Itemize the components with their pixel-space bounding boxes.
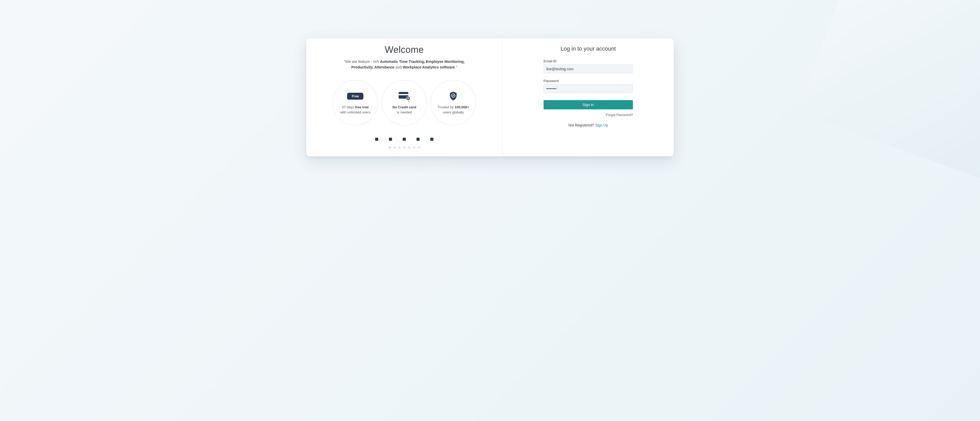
email-field[interactable] <box>544 65 633 73</box>
signin-button[interactable]: Sign in <box>544 100 633 109</box>
tagline-mid: and <box>395 65 403 69</box>
shield-check-icon <box>449 91 458 102</box>
welcome-title: Welcome <box>385 45 424 55</box>
feature-1-line-2: with unlimited users <box>340 110 371 115</box>
forgot-row: Forgot Password? <box>544 112 633 117</box>
free-badge-label: Free <box>347 93 363 100</box>
free-badge-icon: Free <box>347 91 363 102</box>
linkedin-icon[interactable] <box>375 138 378 141</box>
signup-row: Not Registered? Sign Up <box>544 123 633 127</box>
email-label: Email ID <box>544 59 633 63</box>
carousel-dot-4[interactable] <box>403 147 406 149</box>
carousel-dot-2[interactable] <box>393 147 396 149</box>
tagline-prefix: "We are feature - rich <box>344 59 380 64</box>
feature-free-trial: Free 07 days free trial with unlimited u… <box>332 80 378 126</box>
carousel-dot-7[interactable] <box>418 147 420 149</box>
svg-rect-1 <box>399 94 408 95</box>
tagline-suffix: ." <box>455 65 457 69</box>
login-title: Log in to your account <box>560 45 616 52</box>
feature-1-line-1: 07 days free trial <box>342 105 369 110</box>
forgot-password-link[interactable]: Forgot Password? <box>606 113 633 117</box>
facebook-icon[interactable] <box>403 138 406 141</box>
password-label: Password <box>544 79 633 83</box>
credit-card-x-icon <box>398 91 410 102</box>
login-panel: Log in to your account Email ID Password… <box>503 38 674 156</box>
welcome-panel: Welcome "We are feature - rich Automatic… <box>306 38 503 156</box>
carousel-dots <box>389 147 420 149</box>
feature-3-line-1: Trusted by 100,000+ <box>438 105 469 110</box>
tagline-bold-2: Workplace Analytics software <box>403 65 455 69</box>
youtube-icon[interactable] <box>430 138 433 141</box>
instagram-icon[interactable] <box>417 138 420 141</box>
login-form: Email ID Password Sign in Forgot Passwor… <box>544 59 633 127</box>
auth-card: Welcome "We are feature - rich Automatic… <box>306 38 674 156</box>
feature-no-credit-card: No Credit card is needed <box>382 80 427 126</box>
social-links <box>375 138 433 141</box>
welcome-tagline: "We are feature - rich Automatic Time Tr… <box>338 59 471 70</box>
feature-circles: Free 07 days free trial with unlimited u… <box>332 80 476 126</box>
carousel-dot-5[interactable] <box>408 147 410 149</box>
twitter-icon[interactable] <box>389 138 392 141</box>
carousel-dot-3[interactable] <box>398 147 401 149</box>
not-registered-text: Not Registered? <box>568 123 595 127</box>
feature-3-line-2: users globally <box>443 110 464 115</box>
password-field[interactable] <box>544 84 633 93</box>
feature-2-line-2: is needed <box>397 110 412 115</box>
feature-2-line-1: No Credit card <box>393 105 416 110</box>
carousel-dot-1[interactable] <box>389 147 391 149</box>
carousel-dot-6[interactable] <box>413 147 415 149</box>
feature-trusted: Trusted by 100,000+ users globally <box>431 80 476 126</box>
signup-link[interactable]: Sign Up <box>595 123 608 127</box>
